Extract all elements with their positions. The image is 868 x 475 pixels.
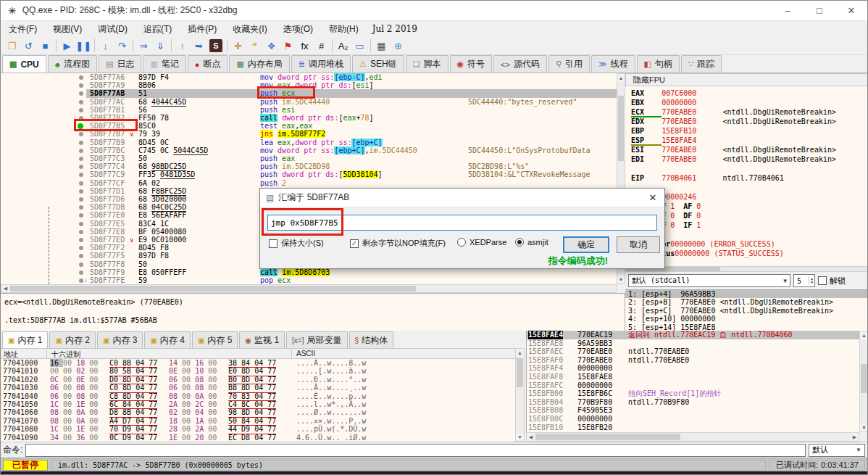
dialog-close-icon[interactable]: ✕ xyxy=(641,192,664,203)
instruction-dot-icon[interactable] xyxy=(79,263,83,267)
stack-row[interactable]: 15E8FAFC00000000 xyxy=(527,381,859,390)
labels-icon[interactable]: ❖ xyxy=(263,38,280,54)
disasm-row[interactable]: 5D8F77F9E8 050FFEFFcall im.5D8D8703 xyxy=(1,268,617,277)
dump-tab-locals[interactable]: [x=]局部变量 xyxy=(286,331,347,348)
step-into-icon[interactable]: ↓ xyxy=(97,38,114,54)
restart-icon[interactable]: ↺ xyxy=(20,38,37,54)
comments-icon[interactable]: ❝ xyxy=(246,38,263,54)
instruction-dot-icon[interactable] xyxy=(79,197,83,202)
arg-count-stepper[interactable]: 5 ▲▼ xyxy=(793,274,815,287)
instruction-dot-icon[interactable] xyxy=(79,222,83,226)
instruction-dot-icon[interactable] xyxy=(79,173,83,177)
disasm-row[interactable]: 5D8F77B585C0test eax,eax xyxy=(1,122,617,131)
disasm-row[interactable]: 5D8F77C9FF35 0481D35Dpush dword ptr ds:[… xyxy=(1,170,617,179)
stack-args-pane[interactable]: 1: [esp+4] 96A59BB32: [esp+8] 770EABE0 <… xyxy=(625,289,868,331)
stack-arg-row[interactable]: 3: [esp+C] 770EABE0 <ntdll.DbgUiRemoteBr… xyxy=(625,307,868,315)
menu-file[interactable]: 文件(F) xyxy=(1,23,45,36)
dump-tab-memory-3[interactable]: ▣内存 3 xyxy=(97,331,143,348)
register-row[interactable]: ESI 770EABE0 <ntdll.DbgUiRemoteBreakin> xyxy=(631,145,836,154)
memory-dump-pane[interactable]: 7704100016 00 18 00C0 8B 04 7714 00 16 0… xyxy=(1,359,515,442)
menu-view[interactable]: 视图(V) xyxy=(45,23,90,36)
dump-tab-struct[interactable]: §结构体 xyxy=(349,331,394,348)
tab-threads[interactable]: ≫线程 xyxy=(591,55,635,73)
menu-options[interactable]: 选项(O) xyxy=(275,23,321,36)
stack-row[interactable]: 15E8FB0015E8FB6C指向SEH_Record[1]的指针 xyxy=(527,389,859,398)
instruction-dot-icon[interactable] xyxy=(79,83,83,88)
register-row[interactable]: EBP 15E8FB10 xyxy=(631,126,696,136)
instruction-dot-icon[interactable] xyxy=(79,238,83,242)
instruction-dot-icon[interactable] xyxy=(79,181,83,186)
assemble-instruction-input[interactable] xyxy=(267,215,657,231)
scroll-up-arrow[interactable]: ▲ xyxy=(860,331,868,339)
tab-references[interactable]: ⚲引用 xyxy=(548,55,590,73)
maximize-button[interactable]: □ xyxy=(804,1,835,20)
instruction-dot-icon[interactable] xyxy=(79,205,83,210)
disasm-row[interactable]: 5D8F77B2FF50 78call dword ptr ds:[eax+78… xyxy=(1,114,617,123)
scroll-down-arrow[interactable]: ▼ xyxy=(860,424,868,431)
instruction-dot-icon[interactable] xyxy=(79,91,83,96)
stop-icon[interactable]: ■ xyxy=(37,38,54,54)
dump-tab-memory-1[interactable]: ▣内存 1 xyxy=(2,331,48,348)
fill-nop-checkbox[interactable]: ✓ 剩余字节以NOP填充(F) xyxy=(350,238,446,249)
run-icon[interactable]: ▶ xyxy=(59,38,75,54)
dump-tab-memory-5[interactable]: ▣内存 5 xyxy=(192,331,238,348)
disasm-row[interactable]: 5D8F77A98B06mov eax,dword ptr ds:[esi] xyxy=(1,81,617,90)
scroll-up-arrow[interactable]: ▲ xyxy=(516,349,524,357)
dump-tab-watch-1[interactable]: ◉监视 1 xyxy=(239,331,285,348)
step-out-icon[interactable]: ↑ xyxy=(174,38,191,54)
tab-notes[interactable]: ▥笔记 xyxy=(143,55,185,73)
run-to-user-code-icon[interactable]: ➥ xyxy=(191,38,207,54)
asmjit-radio[interactable]: asmjit xyxy=(515,238,548,247)
register-row[interactable]: EIP 770B4061 ntdll.770B4061 xyxy=(631,173,784,183)
stepper-arrows-icon[interactable]: ▲▼ xyxy=(809,276,814,285)
register-row[interactable]: EDX 770EABE0 <ntdll.DbgUiRemoteBreakin> xyxy=(631,117,836,126)
stack-pane[interactable]: 15E8FAE4770EAC19返回到 ntdll.770EAC19 自 ntd… xyxy=(526,331,859,432)
stack-row[interactable]: 15E8FAEC770EABE0ntdll.770EABE0 xyxy=(527,347,859,356)
stack-arg-row[interactable]: 4: [esp+10] 00000000 xyxy=(625,315,868,323)
disasm-row[interactable]: 5D8F77AB51push ecx xyxy=(1,89,617,98)
breakpoint-dot-icon[interactable] xyxy=(78,123,83,129)
tab-breakpoints[interactable]: ●断点 xyxy=(188,55,228,73)
instruction-dot-icon[interactable] xyxy=(79,213,83,218)
dialog-title-bar[interactable]: ▤ 汇编于 5D8F77AB ✕ xyxy=(260,189,664,207)
instruction-dot-icon[interactable] xyxy=(79,157,83,161)
instruction-dot-icon[interactable] xyxy=(79,108,83,112)
disasm-row[interactable]: 5D8F77B7∨79 39jns im.5D8F77F2 xyxy=(1,130,617,139)
tab-cpu[interactable]: ▦CPU xyxy=(2,55,46,73)
command-profile-select[interactable]: 默认 ▼ xyxy=(809,444,865,457)
instruction-dot-icon[interactable] xyxy=(79,278,83,283)
stack-arg-row[interactable]: 5: [esp+14] 15E8FAE8 xyxy=(625,323,868,331)
menu-trace[interactable]: 追踪(T) xyxy=(135,23,180,36)
tab-memory-map[interactable]: ▦内存布局 xyxy=(229,55,289,73)
globe-icon[interactable]: ⊕ xyxy=(390,38,406,54)
register-row[interactable]: EBX 00000000 xyxy=(631,98,696,107)
stack-row[interactable]: 15E8FB1015E8FB20 xyxy=(527,424,859,432)
stack-row[interactable]: 15E8FAE4770EAC19返回到 ntdll.770EAC19 自 ntd… xyxy=(527,331,859,339)
instruction-dot-icon[interactable] xyxy=(79,230,83,234)
minimize-button[interactable]: – xyxy=(772,1,804,20)
scroll-left-arrow[interactable]: ◀ xyxy=(527,433,535,441)
strings-icon[interactable]: S xyxy=(209,39,222,52)
keep-size-checkbox[interactable]: 保持大小(S) xyxy=(269,238,324,249)
register-row[interactable]: EAX 007C6000 xyxy=(631,88,696,98)
instruction-dot-icon[interactable] xyxy=(79,100,83,104)
scroll-thumb[interactable] xyxy=(861,364,867,393)
stack-arg-row[interactable]: 1: [esp+4] 96A59BB3 xyxy=(625,290,868,298)
stack-row[interactable]: 15E8FB0C00000000 xyxy=(527,415,859,424)
menu-favourites[interactable]: 收藏夹(I) xyxy=(225,23,275,36)
patch-icon[interactable]: ✚ xyxy=(230,38,246,54)
disasm-row[interactable]: 5D8F77AC68 4044C45Dpush im.5DC444405DC44… xyxy=(1,98,617,107)
instruction-dot-icon[interactable] xyxy=(79,165,83,169)
instruction-dot-icon[interactable] xyxy=(79,270,83,275)
tab-trace[interactable]: ∵跟踪 xyxy=(681,55,722,73)
disasm-row[interactable]: 5D8F77CF6A 02push 2 xyxy=(1,179,617,188)
unlock-checkbox[interactable] xyxy=(818,276,827,285)
menu-help[interactable]: 帮助(H) xyxy=(321,23,367,36)
stack-row[interactable]: 15E8FAF400000000 xyxy=(527,364,859,373)
step-over-icon[interactable]: ↷ xyxy=(114,38,130,54)
calculator-icon[interactable]: ▦ xyxy=(373,38,390,54)
instruction-dot-icon[interactable] xyxy=(79,246,83,250)
instruction-dot-icon[interactable] xyxy=(79,75,83,80)
register-row[interactable]: ESP 15E8FAE4 xyxy=(631,136,696,145)
window-icon[interactable]: ▭ xyxy=(351,38,368,54)
